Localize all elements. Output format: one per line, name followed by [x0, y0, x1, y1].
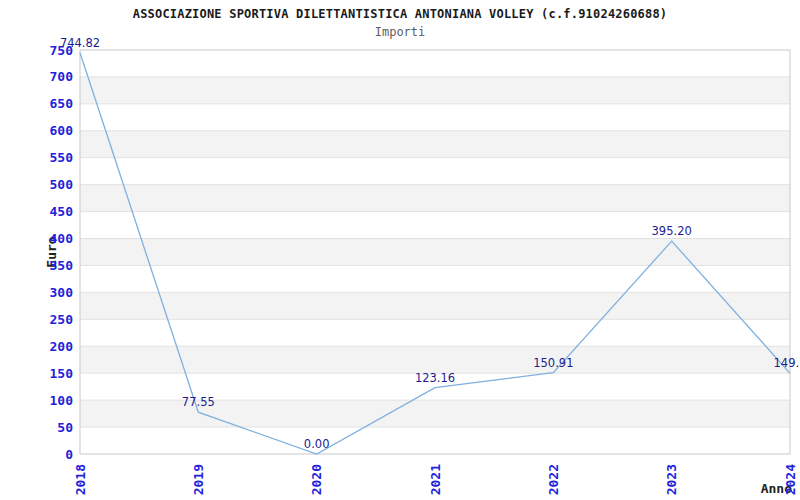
y-tick-label: 400: [50, 231, 74, 246]
y-tick-label: 550: [50, 150, 74, 165]
point-label: 395.20: [652, 224, 692, 238]
point-label: 150.91: [533, 356, 573, 370]
y-tick-label: 350: [50, 258, 74, 273]
y-tick-label: 200: [50, 339, 74, 354]
x-tick-label: 2021: [428, 464, 443, 495]
grid-band: [80, 239, 790, 266]
y-tick-label: 450: [50, 204, 74, 219]
y-tick-label: 100: [50, 393, 74, 408]
point-label: 77.55: [182, 395, 215, 409]
point-label: 0.00: [304, 437, 330, 451]
y-tick-label: 650: [50, 96, 74, 111]
y-tick-label: 300: [50, 285, 74, 300]
point-label: 123.16: [415, 371, 455, 385]
y-tick-label: 700: [50, 69, 74, 84]
y-tick-label: 0: [65, 447, 73, 462]
chart-canvas: ASSOCIAZIONE SPORTIVA DILETTANTISTICA AN…: [0, 0, 800, 500]
point-label: 149.7: [774, 356, 800, 370]
grid-band: [80, 346, 790, 373]
x-tick-label: 2019: [191, 464, 206, 495]
y-tick-label: 600: [50, 123, 74, 138]
y-tick-label: 250: [50, 312, 74, 327]
y-tick-label: 50: [57, 420, 73, 435]
x-tick-label: 2024: [783, 464, 798, 495]
grid-band: [80, 185, 790, 212]
x-tick-label: 2023: [664, 464, 679, 495]
point-label: 744.82: [60, 36, 100, 50]
x-tick-label: 2018: [73, 464, 88, 495]
grid-band: [80, 77, 790, 104]
y-tick-label: 500: [50, 177, 74, 192]
x-tick-label: 2022: [546, 464, 561, 495]
plot-area: 0501001502002503003504004505005506006507…: [0, 0, 800, 500]
x-tick-label: 2020: [309, 464, 324, 495]
grid-band: [80, 292, 790, 319]
y-tick-label: 150: [50, 366, 74, 381]
grid-band: [80, 131, 790, 158]
